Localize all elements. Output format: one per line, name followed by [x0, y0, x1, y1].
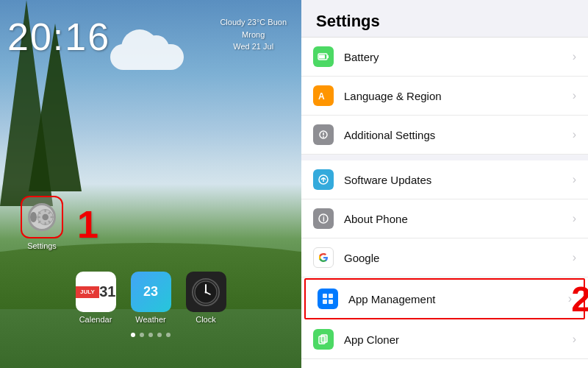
settings-icon-box[interactable] [21, 196, 63, 238]
step-number-1: 1 [77, 202, 98, 247]
appcloner-icon [313, 329, 334, 350]
dot-3 [148, 333, 153, 337]
svg-rect-4 [37, 216, 40, 218]
appmanage-icon [318, 289, 338, 309]
svg-point-20 [323, 136, 324, 138]
svg-rect-29 [321, 335, 327, 342]
svg-rect-16 [319, 55, 325, 59]
calendar-bottom: 31 [99, 277, 115, 306]
settings-list: Battery › A Language & Region › Addition… [301, 37, 588, 368]
weather-condition: Cloudy 23°C Buon [220, 16, 287, 29]
svg-rect-2 [44, 209, 46, 212]
battery-arrow: › [573, 50, 576, 63]
calendar-app-icon[interactable]: JULY 31 Calendar [76, 272, 116, 324]
google-arrow: › [573, 251, 576, 264]
dot-4 [157, 333, 162, 337]
additional-icon [313, 124, 334, 145]
clock-svg [193, 280, 218, 305]
svg-rect-5 [50, 216, 53, 218]
settings-panel: Settings Battery › A Language & Region › [301, 0, 588, 368]
gear-svg [37, 203, 54, 231]
clock-app-icon[interactable]: Clock [186, 272, 226, 324]
dot-2 [140, 333, 144, 337]
language-arrow: › [573, 89, 576, 102]
calendar-label: Calendar [79, 315, 112, 324]
settings-scroll: Battery › A Language & Region › Addition… [301, 37, 588, 368]
settings-icon-wrapper[interactable]: Settings [21, 196, 63, 250]
settings-item-software[interactable]: Software Updates › [301, 160, 588, 199]
settings-item-battery[interactable]: Battery › [301, 38, 588, 77]
appmanage-label: App Management [348, 293, 568, 305]
battery-icon [313, 46, 334, 67]
about-label: About Phone [344, 213, 573, 225]
weather-app-icon[interactable]: 23 Weather [131, 272, 171, 324]
language-label: Language & Region [344, 90, 573, 102]
page-dots [0, 333, 301, 337]
weather-icon-number: 23 [143, 284, 158, 300]
appcloner-label: App Cloner [344, 333, 573, 346]
settings-item-about[interactable]: i About Phone › [301, 199, 588, 238]
clock-face [192, 278, 220, 306]
additional-label: Additional Settings [344, 129, 573, 141]
about-icon: i [313, 208, 334, 229]
settings-title: Settings [316, 12, 573, 31]
settings-item-gamespace[interactable]: "Game Space" › [301, 359, 588, 368]
clock-time: 20:16 [7, 15, 110, 59]
svg-rect-24 [323, 294, 327, 298]
divider-1 [301, 155, 588, 160]
svg-point-1 [42, 214, 49, 221]
software-label: Software Updates [344, 174, 573, 186]
svg-rect-3 [44, 222, 46, 225]
calendar-icon-bg: JULY 31 [76, 272, 116, 312]
weather-info: Cloudy 23°C Buon Mrong Wed 21 Jul [220, 16, 287, 53]
google-icon [313, 247, 334, 268]
svg-rect-27 [329, 300, 333, 304]
google-label: Google [344, 252, 573, 264]
settings-app-label: Settings [27, 241, 57, 250]
settings-item-additional[interactable]: Additional Settings › [301, 116, 588, 155]
settings-item-google[interactable]: Google › [301, 238, 588, 277]
settings-gear-icon [28, 203, 56, 231]
weather-icon-bg: 23 [131, 272, 171, 312]
settings-item-language[interactable]: A Language & Region › [301, 77, 588, 116]
clock-icon-bg [186, 272, 226, 312]
svg-point-13 [205, 291, 207, 293]
cloud-decoration [110, 44, 184, 70]
svg-text:i: i [323, 215, 325, 223]
step-number-2: 2 [571, 279, 588, 319]
language-icon: A [313, 85, 334, 106]
calendar-top: JULY [76, 286, 100, 298]
svg-rect-15 [328, 55, 329, 58]
app-icons-row: JULY 31 Calendar 23 Weather [0, 272, 301, 324]
settings-item-appcloner[interactable]: App Cloner › [301, 320, 588, 359]
additional-arrow: › [573, 128, 576, 141]
svg-text:A: A [318, 91, 325, 102]
dot-5 [166, 333, 171, 337]
battery-label: Battery [344, 51, 573, 63]
svg-rect-26 [323, 300, 327, 304]
phone-screen: 20:16 Cloudy 23°C Buon Mrong Wed 21 Jul [0, 0, 301, 368]
software-icon [313, 169, 334, 190]
svg-rect-25 [329, 294, 333, 298]
settings-item-appmanage[interactable]: App Management › 2 [304, 278, 585, 319]
dot-1 [131, 333, 135, 337]
clock-label: Clock [196, 315, 216, 324]
settings-header: Settings [301, 0, 588, 37]
about-arrow: › [573, 212, 576, 225]
appcloner-arrow: › [573, 333, 576, 346]
software-arrow: › [573, 173, 576, 186]
weather-label: Weather [135, 315, 165, 324]
weather-date: Wed 21 Jul [220, 40, 287, 53]
weather-location: Mrong [220, 29, 287, 41]
